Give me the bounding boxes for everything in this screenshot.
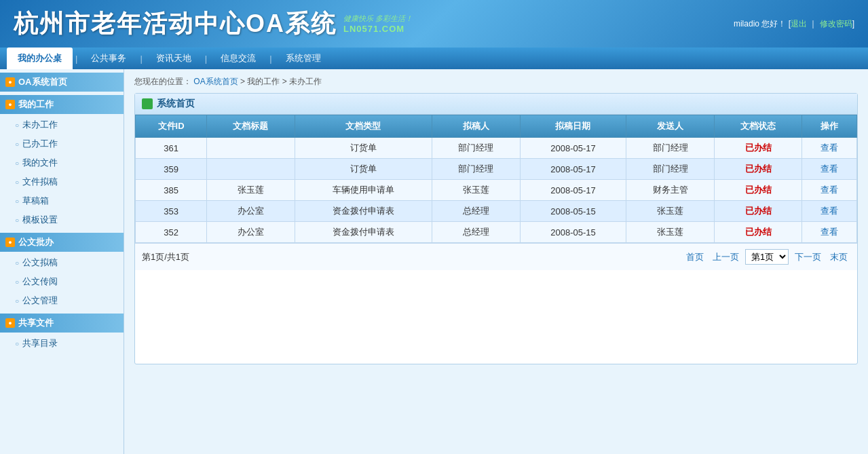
breadcrumb: 您现在的位置： OA系统首页 > 我的工作 > 未办工作 [134,76,858,88]
pagination-prev[interactable]: 上一页 [710,250,742,265]
cell-action[interactable]: 查看 [802,138,857,159]
status-badge: 已办结 [745,227,772,237]
nav-item-my-desk[interactable]: 我的办公桌 [7,48,73,69]
cell-sender: 张玉莲 [626,222,714,243]
sidebar-section-my-work-label: 我的工作 [18,98,54,111]
cell-date: 2008-05-17 [520,159,626,180]
cell-sender: 财务主管 [626,180,714,201]
sidebar-item-template-settings[interactable]: 模板设置 [0,210,124,229]
cell-id: 352 [136,222,207,243]
sidebar-header-oa-home[interactable]: ● OA系统首页 [0,73,124,92]
cell-title: 办公室 [207,222,295,243]
system-home-title: 系统首页 [157,98,195,110]
sidebar-item-pending-work[interactable]: 未办工作 [0,115,124,134]
pagination-next[interactable]: 下一页 [792,250,824,265]
pagination-first[interactable]: 首页 [683,250,706,265]
pagination-info: 第1页/共1页 [142,251,189,263]
cell-date: 2008-05-15 [520,201,626,222]
change-password-link[interactable]: 修改密码 [820,19,852,29]
col-header-status: 文档状态 [714,115,801,138]
cell-status: 已办结 [714,201,801,222]
cell-doc_type: 资金拨付申请表 [295,222,432,243]
col-header-date: 拟稿日期 [520,115,626,138]
action-view-link[interactable]: 查看 [820,227,838,237]
cell-author: 张玉莲 [432,180,520,201]
nav-item-public-affairs[interactable]: 公共事务 [80,48,137,69]
sidebar-header-my-work[interactable]: ● 我的工作 [0,95,124,114]
content-area: 您现在的位置： OA系统首页 > 我的工作 > 未办工作 系统首页 文件ID 文… [124,69,868,454]
table-row: 353办公室资金拨付申请表总经理2008-05-15张玉莲已办结查看 [136,201,857,222]
breadcrumb-home-link[interactable]: OA系统首页 [193,77,238,86]
status-badge: 已办结 [745,206,772,216]
nav-item-news[interactable]: 资讯天地 [145,48,202,69]
sidebar-header-shared-files[interactable]: ● 共享文件 [0,314,124,333]
status-badge: 已办结 [745,143,772,153]
cell-action[interactable]: 查看 [802,222,857,243]
cell-title: 张玉莲 [207,180,295,201]
section-dot-oa-home: ● [5,77,15,87]
pagination-last[interactable]: 末页 [827,250,850,265]
action-view-link[interactable]: 查看 [820,143,838,153]
action-view-link[interactable]: 查看 [820,185,838,195]
cell-sender: 部门经理 [626,138,714,159]
nav-item-system-mgmt[interactable]: 系统管理 [275,48,332,69]
col-header-author: 拟稿人 [432,115,520,138]
pagination-controls: 首页 上一页 第1页 下一页 末页 [683,249,850,265]
system-home-panel: 系统首页 文件ID 文档标题 文档类型 拟稿人 拟稿日期 发送人 文档状态 操作 [134,93,858,364]
nav-sep-4: | [268,54,273,64]
header-user-area: miladio 您好！ [退出 ｜ 修改密码] [734,18,854,30]
sidebar-item-my-files[interactable]: 我的文件 [0,153,124,172]
cell-action[interactable]: 查看 [802,180,857,201]
cell-id: 385 [136,180,207,201]
sidebar-header-official-doc[interactable]: ● 公文批办 [0,233,124,252]
data-table: 文件ID 文档标题 文档类型 拟稿人 拟稿日期 发送人 文档状态 操作 361订… [135,115,857,243]
sidebar-item-drafts[interactable]: 草稿箱 [0,191,124,210]
system-home-header: 系统首页 [135,94,857,115]
cell-id: 359 [136,159,207,180]
cell-date: 2008-05-17 [520,180,626,201]
status-badge: 已办结 [745,164,772,174]
green-square-icon [142,98,153,109]
section-dot-official-doc: ● [5,238,15,247]
header-title: 杭州市老年活动中心OA系统 健康快乐 多彩生活！ LN0571.COM [14,7,413,41]
cell-status: 已办结 [714,222,801,243]
header-domain: LN0571.COM [343,24,404,34]
action-view-link[interactable]: 查看 [820,164,838,174]
header: 杭州市老年活动中心OA系统 健康快乐 多彩生活！ LN0571.COM mila… [0,0,868,48]
cell-id: 353 [136,201,207,222]
sidebar-item-shared-dir[interactable]: 共享目录 [0,334,124,353]
cell-sender: 部门经理 [626,159,714,180]
page-select[interactable]: 第1页 [745,249,789,265]
cell-author: 部门经理 [432,138,520,159]
sidebar-item-doc-circulate[interactable]: 公文传阅 [0,272,124,291]
cell-title [207,138,295,159]
col-header-action: 操作 [802,115,857,138]
sidebar-item-doc-draft[interactable]: 公文拟稿 [0,253,124,272]
cell-author: 总经理 [432,201,520,222]
table-row: 352办公室资金拨付申请表总经理2008-05-15张玉莲已办结查看 [136,222,857,243]
sidebar-item-doc-manage[interactable]: 公文管理 [0,291,124,310]
cell-date: 2008-05-15 [520,222,626,243]
cell-status: 已办结 [714,180,801,201]
cell-action[interactable]: 查看 [802,159,857,180]
sidebar-section-oa-home-label: OA系统首页 [18,76,67,88]
sidebar-section-official-doc: ● 公文批办 公文拟稿 公文传阅 公文管理 [0,233,124,310]
nav-item-info-exchange[interactable]: 信息交流 [210,48,267,69]
cell-doc_type: 订货单 [295,138,432,159]
cell-action[interactable]: 查看 [802,201,857,222]
sidebar-item-draft-file[interactable]: 文件拟稿 [0,172,124,191]
cell-status: 已办结 [714,138,801,159]
user-greeting: miladio 您好！ [734,19,786,29]
nav-sep-2: | [138,54,143,64]
cell-doc_type: 车辆使用申请单 [295,180,432,201]
logout-link[interactable]: 退出 [791,19,807,29]
cell-id: 361 [136,138,207,159]
col-header-title: 文档标题 [207,115,295,138]
cell-date: 2008-05-17 [520,138,626,159]
sidebar-section-oa-home: ● OA系统首页 [0,73,124,92]
sidebar-item-done-work[interactable]: 已办工作 [0,134,124,153]
action-view-link[interactable]: 查看 [820,206,838,216]
table-body: 361订货单部门经理2008-05-17部门经理已办结查看359订货单部门经理2… [136,138,857,243]
nav-bar: 我的办公桌 | 公共事务 | 资讯天地 | 信息交流 | 系统管理 [0,48,868,69]
sidebar-section-official-doc-label: 公文批办 [18,236,54,248]
